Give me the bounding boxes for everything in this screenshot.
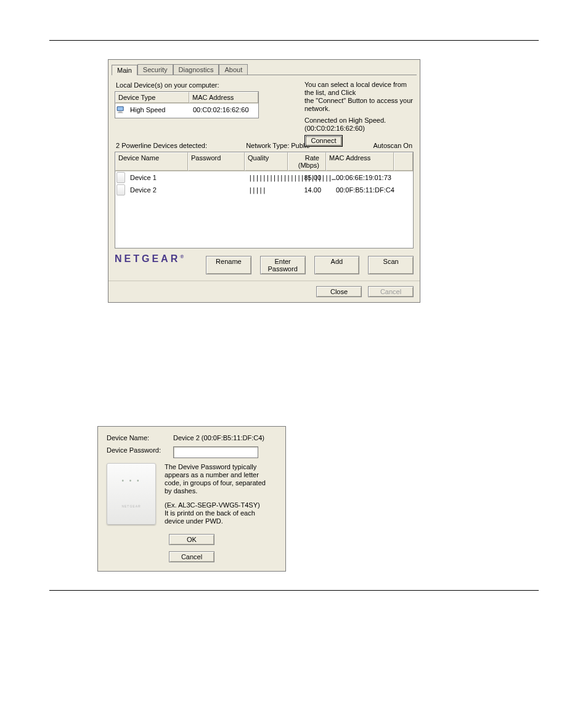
local-device-row[interactable]: High Speed 00:C0:02:16:62:60 <box>115 104 258 116</box>
device-icon <box>116 172 125 183</box>
device-mac: 00:06:6E:19:01:73 <box>327 174 395 181</box>
svg-rect-2 <box>119 112 122 113</box>
cancel-button: Cancel <box>368 286 414 297</box>
ok-button[interactable]: OK <box>169 534 214 545</box>
device-password-dialog: Device Name: Device 2 (00:0F:B5:11:DF:C4… <box>97 426 286 572</box>
tab-security[interactable]: Security <box>137 64 173 75</box>
svg-rect-1 <box>118 107 123 110</box>
col-mac-address[interactable]: MAC Address <box>189 92 258 103</box>
devices-detected-label: 2 Powerline Devices detected: <box>116 142 207 149</box>
device-name-value: Device 2 (00:0F:B5:11:DF:C4) <box>173 434 277 441</box>
device-name: Device 2 <box>128 186 189 194</box>
tab-about[interactable]: About <box>219 64 248 75</box>
col-rate[interactable]: Rate (Mbps) <box>288 152 326 171</box>
window-footer: Close Cancel <box>108 281 420 302</box>
col-password[interactable]: Password <box>188 152 245 171</box>
tab-diagnostics[interactable]: Diagnostics <box>173 64 219 75</box>
netgear-logo: NETGEAR® <box>115 253 184 265</box>
local-device-type: High Speed <box>128 106 190 113</box>
rename-button[interactable]: Rename <box>206 256 251 274</box>
local-device-mac: 00:C0:02:16:62:60 <box>190 106 258 113</box>
scan-button[interactable]: Scan <box>368 256 414 274</box>
device-name: Device 1 <box>128 174 189 181</box>
connect-button[interactable]: Connect <box>304 135 343 147</box>
enter-password-button[interactable]: Enter Password <box>260 256 306 274</box>
col-device-type[interactable]: Device Type <box>115 92 189 103</box>
password-help-1: The Devive Password typically appears as… <box>165 463 269 495</box>
powerline-utility-window: Main Security Diagnostics About Local De… <box>108 59 420 303</box>
close-button[interactable]: Close <box>316 286 362 297</box>
connected-status: Connected on High Speed. (00:C0:02:16:62… <box>304 117 415 133</box>
device-row[interactable]: Device 1 ||||||||||||||||||||||||… 85.00… <box>115 171 413 184</box>
device-name-label: Device Name: <box>107 434 173 441</box>
col-mac[interactable]: MAC Address <box>326 152 394 171</box>
device-mac: 00:0F:B5:11:DF:C4 <box>327 186 395 194</box>
instruction-line-2: the "Connect" Button to access your netw… <box>304 97 415 113</box>
device-image <box>107 463 156 525</box>
network-type-label: Network Type: Public <box>246 142 309 149</box>
device-icon <box>116 184 125 195</box>
add-button[interactable]: Add <box>314 256 360 274</box>
device-password-input[interactable] <box>173 446 258 458</box>
powerline-devices-list[interactable]: Device Name Password Quality Rate (Mbps)… <box>115 152 414 248</box>
device-password-label: Device Password: <box>107 446 173 458</box>
svg-rect-3 <box>118 112 123 113</box>
instruction-panel: You can select a local device from the l… <box>304 81 415 147</box>
password-help-2: (Ex. AL3C-SEGP-VWG5-T4SY) <box>165 501 269 509</box>
device-row[interactable]: Device 2 ||||| 14.00 00:0F:B5:11:DF:C4 <box>115 184 413 196</box>
local-devices-list[interactable]: Device Type MAC Address High Speed 00:C0… <box>115 91 259 118</box>
tab-main[interactable]: Main <box>112 65 137 75</box>
instruction-line-1: You can select a local device from the l… <box>304 81 415 97</box>
cancel-button[interactable]: Cancel <box>169 551 214 562</box>
col-device-name[interactable]: Device Name <box>115 152 188 171</box>
action-button-row: Rename Enter Password Add Scan <box>206 256 414 274</box>
tab-bar: Main Security Diagnostics About <box>108 60 420 75</box>
col-quality[interactable]: Quality <box>245 152 288 171</box>
password-help-3: It is printd on the back of each device … <box>165 509 269 525</box>
device-rate: 14.00 <box>289 186 327 194</box>
device-quality: ||||||||||||||||||||||||… <box>246 174 289 182</box>
device-rate: 85.00 <box>289 174 327 181</box>
device-quality: ||||| <box>246 186 289 194</box>
computer-icon <box>116 105 125 114</box>
